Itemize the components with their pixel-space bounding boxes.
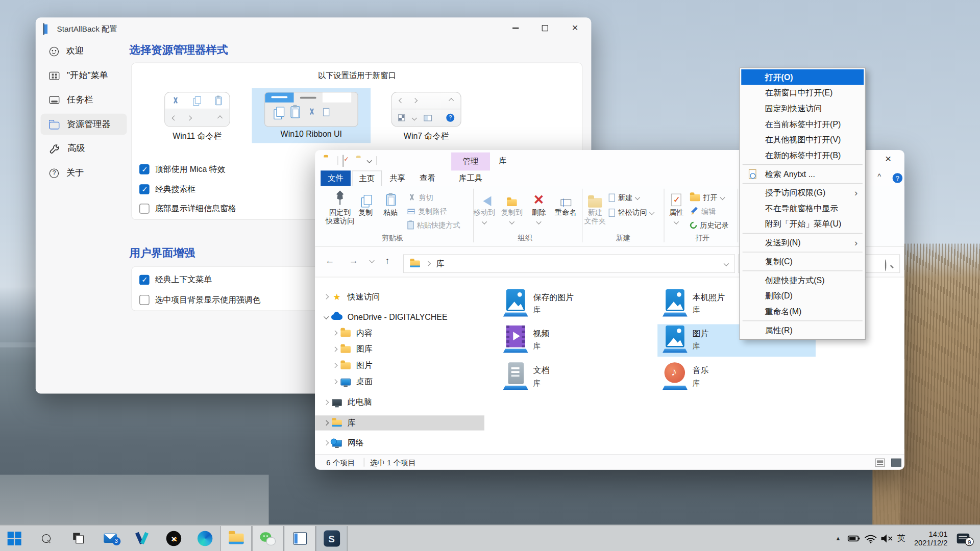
menu-item-anytxt-search[interactable]: 检索 Anytxt ... [741, 166, 864, 182]
startallback-app-button[interactable] [284, 526, 315, 551]
details-view-button[interactable] [875, 459, 885, 467]
menu-item-delete[interactable]: 删除(D) [741, 288, 864, 304]
history-button[interactable]: 历史记录 [690, 219, 729, 231]
menu-item-properties[interactable]: 属性(R) [741, 322, 864, 338]
file-item-pictures-selected[interactable] [663, 324, 688, 353]
sidebar-item-about[interactable]: 关于 [41, 162, 127, 184]
menu-item-copy[interactable]: 复制(C) [741, 254, 864, 269]
nav-item-libraries[interactable]: 库 [315, 415, 484, 430]
nav-item-onedrive[interactable]: OneDrive - DIGITALYCHEE [315, 309, 484, 324]
rename-button[interactable]: 重命名 [550, 189, 581, 217]
large-icons-view-button[interactable] [891, 459, 901, 467]
wifi-indicator[interactable] [863, 525, 879, 551]
menu-item-send-to[interactable]: 发送到(N)› [741, 235, 864, 251]
tab-view[interactable]: 查看 [413, 170, 442, 186]
menu-item-grant-access[interactable]: 授予访问权限(G)› [741, 185, 864, 201]
qat-customize-icon[interactable] [366, 158, 372, 163]
style-option-win11-label[interactable]: Win11 命令栏 [164, 131, 230, 142]
nav-item-quick-access[interactable]: 快速访问 [315, 289, 484, 304]
ribbon-collapse-button[interactable]: ^ [877, 172, 881, 181]
tab-home[interactable]: 主页 [352, 170, 382, 186]
copy-path-button[interactable]: 复制路径 [407, 205, 447, 217]
menu-item-open-other-view[interactable]: 在其他视图中打开(V) [741, 132, 864, 147]
file-item-label[interactable]: 图片库 [693, 328, 709, 352]
checkbox-accent-selection[interactable]: 选中项目背景显示使用强调色 [139, 294, 261, 306]
menu-item-rename[interactable]: 重命名(M) [741, 304, 864, 319]
tray-expand-button[interactable]: ▲ [831, 525, 845, 551]
menu-item-pin-quick-access[interactable]: 固定到快速访问 [741, 101, 864, 116]
file-item-documents[interactable] [503, 361, 528, 390]
forward-button[interactable] [349, 255, 358, 266]
edit-button[interactable]: 编辑 [690, 205, 716, 217]
delete-button[interactable]: 删除 [525, 189, 553, 226]
file-item-saved-pictures[interactable] [503, 288, 528, 316]
sidebar-item-explorer[interactable]: 资源管理器 [41, 114, 127, 135]
copy-button[interactable]: 复制 [353, 189, 379, 217]
address-dropdown-icon[interactable] [724, 261, 729, 266]
nav-item-network[interactable]: 网络 [315, 435, 484, 450]
move-to-button[interactable]: 移动到 [470, 189, 499, 226]
easy-access-button[interactable]: 轻松访问 [609, 206, 654, 218]
tab-share[interactable]: 共享 [383, 170, 412, 186]
file-item-local-photos[interactable] [663, 288, 688, 316]
open-button[interactable]: 打开 [690, 191, 724, 204]
menu-item-hide-nav-pane[interactable]: 不在导航窗格中显示 [741, 201, 864, 216]
tab-file[interactable]: 文件 [321, 170, 351, 186]
menu-item-create-shortcut[interactable]: 创建快捷方式(S) [741, 272, 864, 288]
style-option-win7-preview[interactable]: ? [391, 92, 461, 127]
wechat-app-button[interactable] [252, 526, 283, 551]
x-app-button[interactable] [161, 525, 187, 551]
new-folder-button[interactable]: 新建 文件夹 [580, 189, 610, 226]
qat-properties-icon[interactable] [342, 155, 344, 167]
close-button[interactable] [565, 19, 586, 38]
search-button[interactable] [33, 525, 59, 551]
minimize-button[interactable] [505, 19, 526, 38]
nav-item-content[interactable]: 内容 [315, 325, 484, 340]
file-explorer-app-button[interactable] [220, 526, 252, 551]
explorer-close-button[interactable] [877, 150, 899, 169]
volume-muted-indicator[interactable] [879, 525, 895, 551]
menu-item-open[interactable]: 打开(O) [741, 69, 864, 85]
file-item-videos[interactable] [503, 324, 528, 353]
file-item-label[interactable]: 本机照片库 [693, 292, 725, 316]
style-option-win10-selected[interactable]: Win10 Ribbon UI [252, 88, 371, 143]
file-item-label[interactable]: 视频库 [533, 328, 549, 352]
notification-center-button[interactable]: 9 [952, 525, 974, 551]
sidebar-item-start-menu[interactable]: "开始"菜单 [41, 65, 127, 86]
new-item-button[interactable]: 新建 [609, 191, 640, 204]
recent-locations-button[interactable] [369, 258, 374, 263]
file-item-label[interactable]: 文档库 [533, 365, 549, 389]
menu-item-open-new-window[interactable]: 在新窗口中打开(E) [741, 85, 864, 101]
menu-item-open-current-tab[interactable]: 在当前标签中打开(P) [741, 116, 864, 132]
paste-button[interactable]: 粘贴 [378, 189, 404, 217]
tab-library-tools[interactable]: 库工具 [451, 170, 490, 186]
cut-button[interactable]: 剪切 [407, 191, 433, 204]
checkbox-mica[interactable]: 顶部使用 Mica 特效 [139, 163, 226, 176]
sidebar-item-taskbar[interactable]: 任务栏 [41, 89, 127, 111]
up-button[interactable] [385, 255, 389, 266]
properties-button[interactable]: 属性 [663, 189, 690, 226]
task-view-button[interactable] [65, 525, 91, 551]
ime-indicator[interactable]: 英 [894, 525, 909, 551]
nav-item-this-pc[interactable]: 此电脑 [315, 395, 484, 410]
start-button[interactable] [1, 525, 27, 551]
help-button[interactable]: ? [893, 173, 903, 183]
edge-app-button[interactable] [192, 525, 218, 551]
nav-item-gallery[interactable]: 图库 [315, 342, 484, 357]
style-option-win11-preview[interactable] [164, 92, 230, 127]
nav-item-pictures[interactable]: 图片 [315, 358, 484, 373]
snagit-app-button[interactable]: S [315, 526, 347, 551]
file-item-music[interactable] [663, 361, 688, 390]
clock[interactable]: 14:01 2021/12/2 [908, 525, 947, 551]
file-item-label[interactable]: 音乐库 [693, 365, 709, 389]
file-item-label[interactable]: 保存的图片库 [533, 292, 574, 316]
mail-app-button[interactable]: 3 [97, 525, 123, 551]
battery-indicator[interactable] [846, 525, 863, 551]
checkbox-classic-search[interactable]: 经典搜索框 [139, 183, 195, 195]
style-option-win7-label[interactable]: Win7 命令栏 [391, 131, 461, 142]
sidebar-item-welcome[interactable]: 欢迎 [41, 41, 127, 62]
checkbox-details-pane[interactable]: 底部显示详细信息窗格 [139, 203, 236, 215]
menu-item-open-new-tab[interactable]: 在新的标签中打开(B) [741, 147, 864, 163]
maximize-button[interactable] [534, 19, 556, 38]
paste-shortcut-button[interactable]: 粘贴快捷方式 [407, 219, 460, 231]
